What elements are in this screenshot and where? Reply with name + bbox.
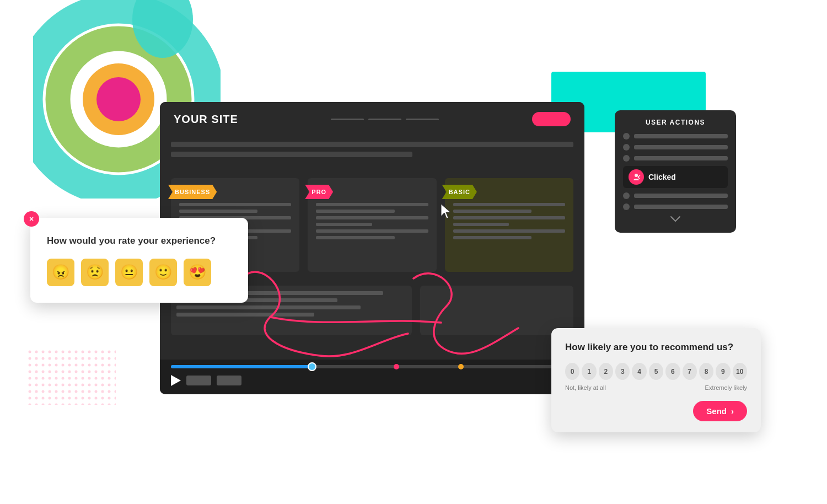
nps-label-right: Extremely likely xyxy=(705,384,747,391)
survey-close-button[interactable]: × xyxy=(24,211,39,227)
svg-point-3 xyxy=(96,77,141,121)
pricing-card-pro[interactable]: PRO xyxy=(308,178,436,272)
emoji-rating-row: 😠 😟 😐 🙂 😍 xyxy=(47,259,232,286)
badge-pro: PRO xyxy=(305,185,333,199)
pricing-card-basic[interactable]: BASIC xyxy=(445,178,573,272)
badge-business: BUSINESS xyxy=(168,185,217,199)
site-title: YOUR SITE xyxy=(174,113,238,126)
header-nav xyxy=(331,119,439,120)
action-item-3 xyxy=(623,155,728,162)
nps-7[interactable]: 7 xyxy=(683,363,697,380)
emoji-angry[interactable]: 😠 xyxy=(47,259,74,286)
video-controls xyxy=(160,360,584,394)
emoji-love[interactable]: 😍 xyxy=(184,259,211,286)
nps-1[interactable]: 1 xyxy=(582,363,596,380)
header-cta-button[interactable] xyxy=(532,112,571,126)
action-dot-2 xyxy=(623,144,630,151)
card-lines-basic xyxy=(453,203,565,239)
clicked-icon xyxy=(629,169,644,185)
svg-rect-6 xyxy=(28,350,116,405)
panel-chevron[interactable] xyxy=(623,215,728,224)
action-dot-3 xyxy=(623,155,630,162)
content-bar-2 xyxy=(171,152,412,157)
nps-0[interactable]: 0 xyxy=(565,363,579,380)
nps-send-row: Send › xyxy=(565,401,747,421)
emoji-neutral[interactable]: 😐 xyxy=(115,259,143,286)
controls-row xyxy=(171,375,573,386)
clicked-label: Clicked xyxy=(648,173,676,181)
action-item-2 xyxy=(623,144,728,151)
action-dot-1 xyxy=(623,133,630,140)
video-content-area xyxy=(160,136,584,167)
survey-question: How would you rate your experience? xyxy=(47,234,232,248)
action-line-1 xyxy=(634,134,728,138)
progress-bar[interactable] xyxy=(171,365,573,368)
action-item-1 xyxy=(623,133,728,140)
video-header: YOUR SITE xyxy=(160,102,584,136)
action-dot-6 xyxy=(623,203,630,210)
nps-9[interactable]: 9 xyxy=(716,363,730,380)
marker-orange xyxy=(458,364,464,369)
nps-10[interactable]: 10 xyxy=(733,363,747,380)
action-dot-5 xyxy=(623,192,630,199)
dots-decoration xyxy=(28,350,116,405)
nav-line-3 xyxy=(406,119,439,120)
content-bar-1 xyxy=(171,142,573,147)
progress-thumb xyxy=(308,362,316,371)
action-item-6 xyxy=(623,203,728,210)
nps-2[interactable]: 2 xyxy=(599,363,613,380)
play-button[interactable] xyxy=(171,375,181,386)
action-line-6 xyxy=(634,205,728,209)
nps-label-left: Not, likely at all xyxy=(565,384,606,391)
badge-basic: BASIC xyxy=(442,185,477,199)
action-line-2 xyxy=(634,145,728,149)
panel-title: USER ACTIONS xyxy=(623,119,728,126)
marker-red xyxy=(394,364,399,369)
svg-line-9 xyxy=(638,177,640,179)
nps-8[interactable]: 8 xyxy=(699,363,713,380)
nps-5[interactable]: 5 xyxy=(649,363,663,380)
nps-send-button[interactable]: Send › xyxy=(693,401,747,421)
action-item-5 xyxy=(623,192,728,199)
nps-3[interactable]: 3 xyxy=(615,363,630,380)
nps-numbers: 0 1 2 3 4 5 6 7 8 9 10 xyxy=(565,363,747,380)
nps-6[interactable]: 6 xyxy=(665,363,680,380)
control-block-1[interactable] xyxy=(186,376,211,385)
action-line-3 xyxy=(634,156,728,160)
emoji-happy[interactable]: 🙂 xyxy=(149,259,177,286)
progress-fill xyxy=(171,365,312,368)
nps-popup: How likely are you to recommend us? 0 1 … xyxy=(551,328,761,432)
control-block-2[interactable] xyxy=(217,376,241,385)
action-line-5 xyxy=(634,194,728,198)
nps-4[interactable]: 4 xyxy=(632,363,646,380)
nav-line-1 xyxy=(331,119,364,120)
bottom-content-right xyxy=(420,286,573,335)
survey-popup: × How would you rate your experience? 😠 … xyxy=(30,218,248,303)
action-clicked-item: Clicked xyxy=(623,166,728,188)
nav-line-2 xyxy=(368,119,401,120)
emoji-sad[interactable]: 😟 xyxy=(81,259,109,286)
svg-point-7 xyxy=(635,174,638,177)
nps-labels: Not, likely at all Extremely likely xyxy=(565,384,747,391)
user-actions-panel: USER ACTIONS Clicked xyxy=(615,110,736,233)
card-lines-pro xyxy=(316,203,428,239)
nps-question: How likely are you to recommend us? xyxy=(565,342,747,353)
